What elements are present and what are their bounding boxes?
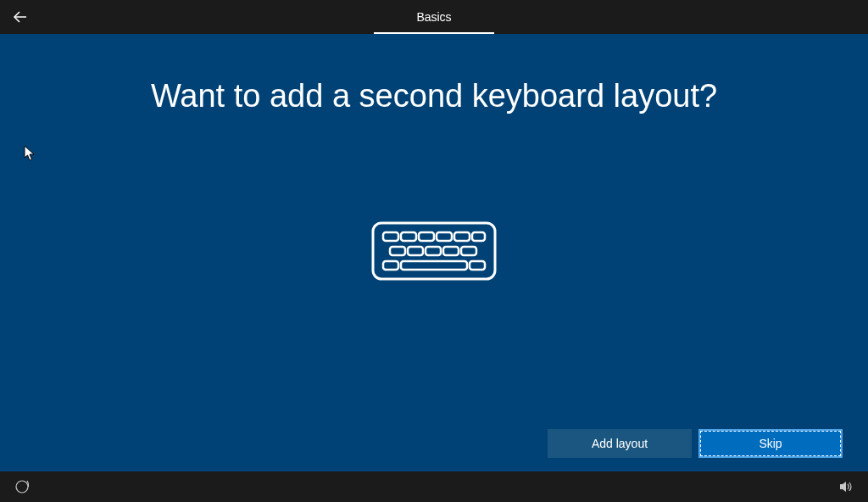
svg-point-16 bbox=[16, 481, 28, 493]
volume-button[interactable] bbox=[836, 477, 856, 497]
svg-rect-5 bbox=[437, 232, 452, 241]
back-button[interactable] bbox=[0, 0, 41, 34]
oobe-root: Basics Want to add a second keyboard lay… bbox=[0, 0, 868, 502]
svg-rect-12 bbox=[461, 247, 476, 255]
add-layout-button[interactable]: Add layout bbox=[548, 429, 692, 458]
keyboard-icon bbox=[371, 221, 497, 281]
svg-rect-11 bbox=[443, 247, 459, 255]
top-bar: Basics bbox=[0, 0, 868, 34]
svg-rect-3 bbox=[401, 232, 416, 241]
ease-of-access-button[interactable] bbox=[12, 477, 32, 497]
svg-rect-6 bbox=[454, 232, 470, 241]
ease-of-access-icon bbox=[14, 479, 30, 494]
svg-rect-9 bbox=[408, 247, 423, 255]
tab-basics-label: Basics bbox=[416, 10, 451, 24]
svg-rect-14 bbox=[401, 261, 467, 270]
step-tabs: Basics bbox=[41, 0, 827, 34]
svg-rect-7 bbox=[472, 232, 485, 241]
svg-rect-15 bbox=[470, 261, 485, 270]
svg-rect-4 bbox=[419, 232, 434, 241]
svg-rect-10 bbox=[426, 247, 441, 255]
tab-basics[interactable]: Basics bbox=[374, 0, 493, 34]
page-title: Want to add a second keyboard layout? bbox=[151, 78, 717, 114]
svg-rect-2 bbox=[383, 232, 398, 241]
svg-rect-8 bbox=[390, 247, 405, 255]
main-panel: Want to add a second keyboard layout? bbox=[0, 34, 868, 471]
button-row: Add layout Skip bbox=[548, 429, 843, 458]
arrow-left-icon bbox=[12, 8, 29, 25]
skip-button[interactable]: Skip bbox=[698, 429, 843, 458]
cursor-icon bbox=[24, 145, 36, 165]
bottom-bar bbox=[0, 471, 868, 502]
volume-icon bbox=[838, 479, 854, 494]
svg-rect-13 bbox=[383, 261, 398, 270]
